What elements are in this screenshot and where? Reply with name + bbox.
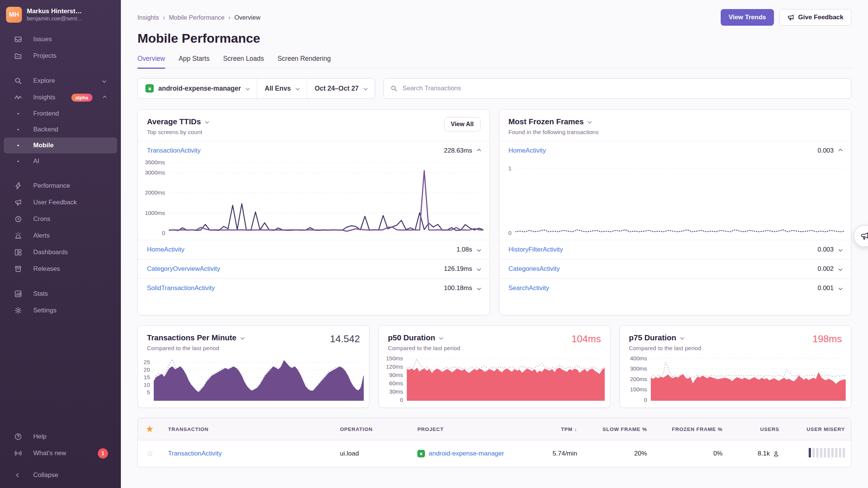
sidebar-item-insights[interactable]: Insights alpha bbox=[4, 89, 117, 106]
user-menu[interactable]: MH Markus Hinterst… benjamin.coe@sent… bbox=[6, 7, 115, 23]
column-operation[interactable]: Operation bbox=[334, 420, 411, 439]
nav-meta: Stats Settings bbox=[0, 286, 121, 319]
search-input[interactable] bbox=[402, 84, 844, 93]
ttid-row: CategoryOverviewActivity 126.19ms bbox=[138, 259, 490, 278]
tab-screen-rendering[interactable]: Screen Rendering bbox=[278, 55, 331, 69]
sidebar-item-releases[interactable]: Releases bbox=[4, 261, 117, 277]
sidebar-item-explore[interactable]: Explore bbox=[4, 73, 117, 89]
user-misery-bar bbox=[809, 448, 845, 457]
nav-tools: Performance User Feedback Crons Alerts bbox=[0, 178, 121, 277]
sidebar-item-performance[interactable]: Performance bbox=[4, 178, 117, 194]
column-transaction[interactable]: Transaction bbox=[162, 420, 334, 439]
column-project[interactable]: Project bbox=[411, 420, 536, 439]
environment-selector[interactable]: All Envs bbox=[257, 79, 307, 98]
sidebar-item-label: Crons bbox=[33, 215, 50, 223]
p75-title-dropdown[interactable]: p75 Duration bbox=[629, 333, 701, 342]
panel-title: Average TTIDs bbox=[147, 117, 201, 126]
transaction-link[interactable]: HomeActivity bbox=[508, 147, 546, 154]
chevron-down-icon bbox=[439, 335, 443, 340]
chevron-up-icon[interactable] bbox=[477, 148, 481, 153]
sidebar-item-label: Issues bbox=[33, 36, 52, 43]
sidebar-item-backend[interactable]: Backend bbox=[4, 122, 117, 137]
sidebar-item-issues[interactable]: Issues bbox=[4, 31, 117, 48]
dashboard-grid-icon bbox=[14, 249, 23, 256]
frozen-frame-cell: 0% bbox=[653, 442, 729, 465]
average-ttids-title-dropdown[interactable]: Average TTIDs bbox=[147, 117, 209, 126]
chevron-down-icon[interactable] bbox=[838, 267, 842, 271]
archive-icon bbox=[14, 265, 23, 273]
chevron-up-icon[interactable] bbox=[838, 148, 842, 153]
transaction-link[interactable]: SolidTransactionActivity bbox=[147, 284, 215, 292]
sidebar-item-mobile[interactable]: Mobile bbox=[4, 137, 117, 153]
transaction-link[interactable]: HistoryFilterActivity bbox=[508, 246, 563, 253]
tab-screen-loads[interactable]: Screen Loads bbox=[223, 55, 264, 69]
sidebar-item-ai[interactable]: AI bbox=[4, 153, 117, 169]
sidebar-item-frontend[interactable]: Frontend bbox=[4, 106, 117, 122]
column-users[interactable]: Users bbox=[729, 420, 785, 439]
project-link[interactable]: android-expense-manager bbox=[429, 450, 504, 457]
panel-title: p75 Duration bbox=[629, 333, 676, 342]
ttid-row-expanded: TransactionActivity 228.63ms bbox=[138, 141, 490, 157]
sidebar-item-label: Backend bbox=[33, 126, 58, 133]
chevron-down-icon[interactable] bbox=[838, 286, 842, 290]
view-all-button[interactable]: View All bbox=[444, 117, 480, 131]
transaction-link[interactable]: HomeActivity bbox=[147, 246, 184, 253]
frozen-row: SearchActivity 0.001 bbox=[499, 278, 851, 298]
p50-value: 104ms bbox=[571, 333, 601, 345]
sidebar-collapse-button[interactable]: Collapse bbox=[4, 467, 117, 483]
sidebar-item-label: User Feedback bbox=[33, 199, 77, 206]
panel-title: Most Frozen Frames bbox=[508, 117, 584, 126]
page-filter-group: android-expense-manager All Envs Oct 24–… bbox=[137, 78, 375, 99]
transaction-link[interactable]: CategoryOverviewActivity bbox=[147, 265, 220, 273]
transaction-link[interactable]: TransactionActivity bbox=[168, 450, 222, 457]
star-icon[interactable]: ★ bbox=[138, 418, 162, 440]
row-value: 100.18ms bbox=[444, 284, 472, 292]
transaction-link[interactable]: SearchActivity bbox=[508, 284, 549, 292]
sidebar-item-dashboards[interactable]: Dashboards bbox=[4, 244, 117, 261]
chevron-down-icon[interactable] bbox=[838, 247, 842, 252]
tpm-value: 14.542 bbox=[330, 333, 360, 345]
nav-footer: Help What's new 1 bbox=[0, 428, 121, 462]
sidebar-item-help[interactable]: Help bbox=[4, 428, 117, 445]
sidebar-item-projects[interactable]: Projects bbox=[4, 48, 117, 64]
p75-duration-panel: p75 Duration Compared to the last period… bbox=[619, 325, 851, 408]
breadcrumb-mobile-performance[interactable]: Mobile Performance bbox=[169, 14, 225, 21]
project-selector[interactable]: android-expense-manager bbox=[138, 79, 257, 98]
most-frozen-frames-title-dropdown[interactable]: Most Frozen Frames bbox=[508, 117, 599, 126]
chevron-down-icon bbox=[246, 86, 250, 90]
sidebar-item-user-feedback[interactable]: User Feedback bbox=[4, 194, 117, 211]
row-value: 228.63ms bbox=[444, 147, 472, 154]
transaction-link[interactable]: CategoriesActivity bbox=[508, 265, 560, 273]
chevron-down-icon[interactable] bbox=[477, 286, 481, 290]
breadcrumb-insights[interactable]: Insights bbox=[137, 14, 159, 21]
sidebar-item-whats-new[interactable]: What's new 1 bbox=[4, 445, 117, 462]
sidebar-item-alerts[interactable]: Alerts bbox=[4, 227, 117, 244]
sort-desc-icon: ↓ bbox=[574, 426, 577, 432]
star-outline-icon[interactable]: ☆ bbox=[138, 442, 162, 466]
panel-subtitle: Compared to the last period bbox=[388, 345, 460, 352]
date-range-selector[interactable]: Oct 24–Oct 27 bbox=[307, 79, 375, 98]
view-trends-button[interactable]: View Trends bbox=[721, 9, 774, 26]
feedback-fab[interactable] bbox=[854, 225, 868, 247]
row-value: 0.003 bbox=[817, 246, 834, 253]
row-value: 126.19ms bbox=[444, 265, 472, 273]
tab-overview[interactable]: Overview bbox=[137, 55, 165, 69]
p50-title-dropdown[interactable]: p50 Duration bbox=[388, 333, 460, 342]
tpm-title-dropdown[interactable]: Transactions Per Minute bbox=[147, 333, 244, 342]
chevron-down-icon[interactable] bbox=[477, 247, 481, 252]
sidebar-item-label: Help bbox=[33, 433, 46, 440]
column-tpm-sorted[interactable]: TPM ↓ bbox=[536, 420, 583, 439]
sidebar-item-stats[interactable]: Stats bbox=[4, 286, 117, 302]
column-user-misery[interactable]: User Misery bbox=[785, 420, 851, 439]
tab-app-starts[interactable]: App Starts bbox=[179, 55, 210, 69]
chevron-down-icon[interactable] bbox=[477, 267, 481, 271]
sidebar-item-crons[interactable]: Crons bbox=[4, 211, 117, 227]
transaction-link[interactable]: TransactionActivity bbox=[147, 147, 201, 154]
siren-icon bbox=[14, 232, 23, 239]
column-frozen-frame[interactable]: Frozen Frame % bbox=[653, 420, 729, 439]
megaphone-icon bbox=[14, 199, 23, 206]
give-feedback-button[interactable]: Give Feedback bbox=[779, 9, 851, 26]
column-slow-frame[interactable]: Slow Frame % bbox=[583, 420, 653, 439]
sidebar-item-settings[interactable]: Settings bbox=[4, 302, 117, 319]
sidebar: MH Markus Hinterst… benjamin.coe@sent… I… bbox=[0, 0, 121, 488]
